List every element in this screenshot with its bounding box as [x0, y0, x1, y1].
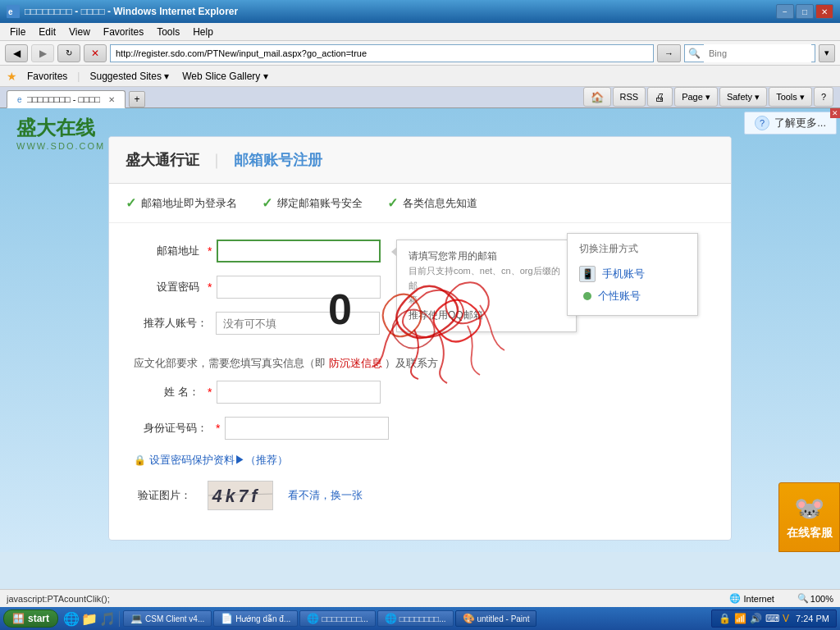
taskbar-item-1-icon: 📄 — [221, 613, 233, 624]
switch-mobile-item[interactable]: 📱 手机账号 — [579, 262, 686, 285]
favorites-label[interactable]: Favorites — [24, 69, 71, 84]
go-button[interactable]: → — [657, 44, 681, 62]
clock: 7:24 PM — [796, 614, 829, 623]
quick-media-icon[interactable]: 🎵 — [99, 611, 116, 627]
quick-ie-icon[interactable]: 🌐 — [63, 611, 80, 627]
tray-icon-3[interactable]: 🔊 — [750, 613, 762, 624]
culture-link[interactable]: 防沉迷信息 — [329, 357, 382, 369]
help-button[interactable]: ? — [814, 87, 833, 107]
stop-button[interactable]: ✕ — [84, 44, 107, 62]
name-input[interactable] — [217, 381, 381, 404]
referrer-input[interactable] — [216, 312, 380, 335]
cs-icon: 🐭 — [794, 494, 824, 523]
search-input[interactable] — [704, 44, 811, 62]
tools-button[interactable]: Tools ▾ — [769, 87, 812, 107]
search-go-button[interactable]: ▾ — [819, 44, 835, 62]
zone-label: Internet — [744, 594, 774, 604]
help-link[interactable]: ? 了解更多... — [744, 112, 837, 135]
window-title: □□□□□□□□ - □□□□ - Windows Internet Explo… — [25, 6, 776, 17]
menu-help[interactable]: Help — [186, 25, 220, 39]
switch-registration-box: 切换注册方式 📱 手机账号 个性账号 — [567, 233, 698, 316]
culture-text-2: ）及联系方 — [385, 357, 438, 369]
check-icon-1: ✓ — [126, 195, 136, 211]
switch-title: 切换注册方式 — [579, 242, 686, 256]
switch-mobile-link[interactable]: 手机账号 — [602, 267, 645, 281]
customer-service-button[interactable]: 🐭 在线客服 — [778, 482, 840, 552]
taskbar-item-3[interactable]: 🌐 □□□□□□□□... — [377, 610, 454, 627]
email-row: 邮箱地址 * 请填写您常用的邮箱 目前只支持com、net、cn、org后缀的邮… — [134, 240, 706, 262]
feeds-button[interactable]: RSS — [613, 87, 646, 107]
maximize-button[interactable]: □ — [796, 4, 814, 19]
new-tab-button[interactable]: + — [129, 91, 145, 107]
taskbar-item-0[interactable]: 💻 CSM Client v4... — [123, 610, 212, 627]
taskbar-item-4-icon: 🎨 — [463, 613, 475, 624]
tray-icon-2[interactable]: 📶 — [734, 613, 746, 624]
tray-icon-4[interactable]: ⌨ — [765, 613, 779, 624]
feature-3-text: 各类信息先知道 — [403, 196, 477, 211]
page-button[interactable]: Page ▾ — [674, 87, 718, 107]
search-box: 🔍 — [684, 44, 815, 62]
lock-icon: 🔒 — [134, 454, 146, 466]
id-label: 身份证号码： — [134, 421, 208, 436]
suggested-sites[interactable]: Suggested Sites ▾ — [86, 69, 172, 84]
menu-favorites[interactable]: Favorites — [97, 25, 150, 39]
home-button[interactable]: 🏠 — [583, 87, 611, 107]
menu-view[interactable]: View — [62, 25, 97, 39]
web-slice-gallery[interactable]: Web Slice Gallery ▾ — [179, 69, 271, 84]
switch-custom-link[interactable]: 个性账号 — [598, 289, 641, 304]
taskbar-item-2-label: □□□□□□□□... — [322, 614, 368, 623]
security-row: 🔒 设置密码保护资料▶（推荐） — [134, 453, 706, 468]
taskbar-item-0-icon: 💻 — [130, 613, 143, 624]
registration-form: 盛大通行证 ｜ 邮箱账号注册 ✓ 邮箱地址即为登录名 ✓ 绑定邮箱账号安全 ✓ … — [108, 136, 732, 541]
tray-icon-1[interactable]: 🔒 — [719, 613, 731, 624]
close-button[interactable]: ✕ — [815, 4, 833, 19]
taskbar-item-4[interactable]: 🎨 untitled - Paint — [455, 610, 537, 627]
name-row: 姓 名： * — [134, 381, 706, 404]
back-button[interactable]: ◀ — [5, 44, 28, 62]
email-tooltip: 请填写您常用的邮箱 目前只支持com、net、cn、org后缀的邮 箱 推荐使用… — [396, 240, 577, 332]
taskbar-item-3-icon: 🌐 — [385, 613, 397, 624]
menu-tools[interactable]: Tools — [150, 25, 186, 39]
browser-content: 盛大在线 WWW.SDO.COM ? 了解更多... 盛大通行证 ｜ 邮箱账号注… — [0, 108, 840, 552]
taskbar-item-2[interactable]: 🌐 □□□□□□□□... — [299, 610, 376, 627]
password-input[interactable] — [217, 276, 381, 299]
system-tray: 🔒 📶 🔊 ⌨ V 7:24 PM — [711, 609, 837, 628]
taskbar-item-1[interactable]: 📄 Hướng dẫn đ... — [213, 610, 298, 627]
menu-edit[interactable]: Edit — [32, 25, 62, 39]
safety-button[interactable]: Safety ▾ — [719, 87, 767, 107]
fav-divider: | — [77, 71, 80, 82]
email-required: * — [208, 244, 212, 258]
captcha-image: 4k7f — [208, 481, 273, 510]
check-icon-2: ✓ — [262, 195, 272, 211]
form-title-sub: 邮箱账号注册 — [234, 150, 322, 170]
security-link[interactable]: 设置密码保护资料▶（推荐） — [149, 453, 288, 468]
name-label: 姓 名： — [134, 385, 199, 399]
start-button[interactable]: 🪟 start — [3, 609, 58, 628]
window-controls: − □ ✕ — [776, 4, 833, 19]
captcha-refresh-link[interactable]: 看不清，换一张 — [288, 488, 363, 503]
quick-launch: 🌐 📁 🎵 — [60, 611, 120, 627]
refresh-button[interactable]: ↻ — [57, 44, 80, 62]
menu-file[interactable]: File — [3, 25, 32, 39]
title-bar: e □□□□□□□□ - □□□□ - Windows Internet Exp… — [0, 0, 840, 23]
name-required: * — [208, 386, 212, 399]
id-input[interactable] — [225, 417, 389, 440]
switch-custom-item[interactable]: 个性账号 — [579, 285, 686, 307]
email-label: 邮箱地址 — [134, 244, 199, 258]
email-input[interactable] — [217, 240, 381, 262]
feature-1-text: 邮箱地址即为登录名 — [141, 196, 237, 211]
tooltip-arrow — [391, 247, 397, 257]
tab-title: □□□□□□□□ - □□□□ — [27, 94, 101, 104]
minimize-button[interactable]: − — [776, 4, 794, 19]
mobile-icon: 📱 — [579, 266, 596, 282]
address-input[interactable] — [110, 44, 654, 62]
active-tab[interactable]: e □□□□□□□□ - □□□□ ✕ — [7, 90, 126, 108]
forward-button[interactable]: ▶ — [31, 44, 54, 62]
check-icon-3: ✓ — [387, 195, 398, 211]
cs-close-button[interactable]: ✕ — [830, 108, 840, 118]
tab-close-icon[interactable]: ✕ — [108, 95, 115, 104]
print-button[interactable]: 🖨 — [647, 87, 673, 107]
zoom-level: 100% — [810, 594, 833, 604]
tray-icon-5[interactable]: V — [783, 613, 789, 624]
quick-folder-icon[interactable]: 📁 — [81, 611, 98, 627]
